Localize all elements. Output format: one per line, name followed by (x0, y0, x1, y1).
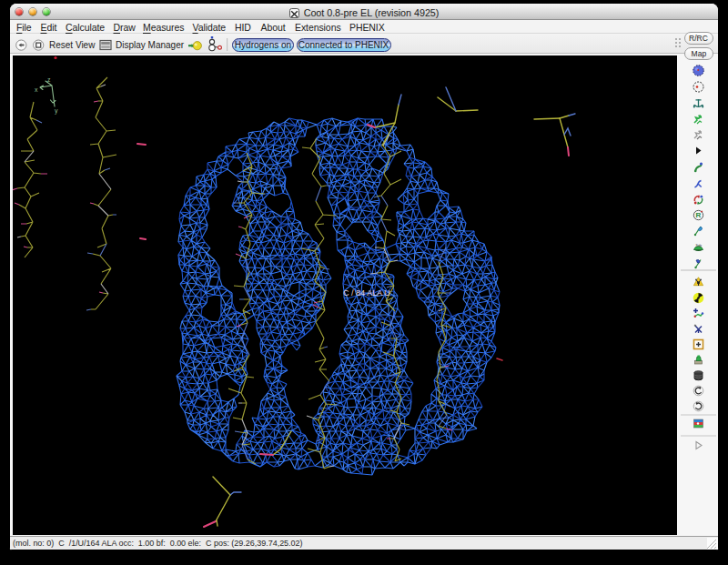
svg-text:C / 84 ALA U: C / 84 ALA U (343, 288, 390, 298)
svg-text:Side: Side (695, 243, 702, 247)
svg-text:R: R (696, 211, 702, 219)
svg-text:z: z (47, 76, 51, 83)
svg-text:y: y (55, 107, 58, 115)
svg-text:x: x (35, 86, 38, 93)
